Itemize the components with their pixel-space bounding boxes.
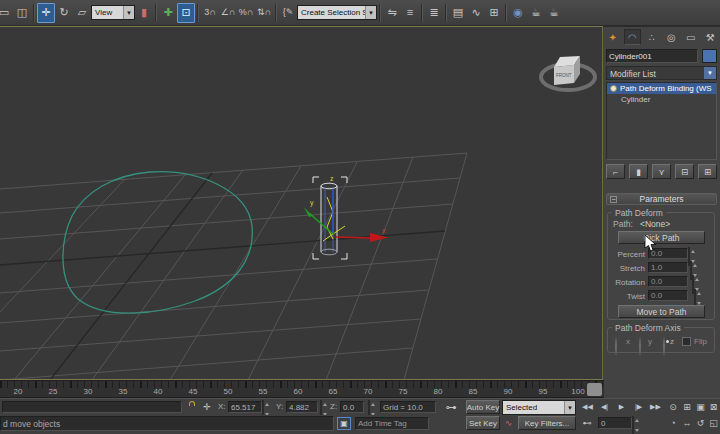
tab-modify[interactable]: ◠	[624, 29, 641, 45]
command-panel-tabs: ✦ ◠ ∴ ◎ ▭ ⚒	[603, 29, 720, 45]
render-icon[interactable]: ☕	[545, 3, 563, 23]
play-icon[interactable]: ▶	[614, 401, 629, 413]
viewcube[interactable]: FRONT	[541, 56, 595, 90]
axis-x-radio[interactable]	[615, 337, 617, 356]
zoom-extents-all-icon[interactable]: ⊠	[707, 401, 720, 413]
x-coord-field[interactable]: 65.517	[228, 401, 262, 413]
tab-motion[interactable]: ◎	[663, 29, 680, 45]
pan-icon[interactable]: ↔	[680, 417, 694, 429]
default-tangent-icon[interactable]: ∿	[502, 416, 515, 429]
tab-utilities[interactable]: ⚒	[702, 29, 719, 45]
snap-toggle-icon[interactable]: ⊡	[177, 3, 195, 23]
timeline-trackbar[interactable]: 20 25 30 35 40 45 50 55 60 65 70 75 80 8…	[0, 380, 604, 398]
zoom-icon[interactable]: ⊙	[666, 401, 680, 413]
modifier-list-dropdown[interactable]: Modifier List ▼	[606, 66, 717, 80]
orbit-icon[interactable]: ↺	[694, 417, 707, 429]
toolbar-separator	[379, 4, 381, 22]
set-keys-icon[interactable]: ⊶	[441, 400, 461, 414]
frame-spinner[interactable]	[632, 416, 634, 434]
zoom-extents-icon[interactable]: ▣	[694, 401, 707, 413]
mirror-icon[interactable]: ⇋	[383, 3, 401, 23]
twist-field[interactable]: 0.0	[648, 290, 688, 301]
tab-display[interactable]: ▭	[682, 29, 699, 45]
absolute-transform-icon[interactable]: ✛	[200, 401, 214, 413]
move-to-path-button[interactable]: Move to Path	[618, 305, 705, 318]
time-tag-icon[interactable]: ▣	[337, 417, 351, 430]
maximize-viewport-icon[interactable]: ◱	[707, 417, 720, 429]
rotation-field[interactable]: 0.0	[648, 276, 688, 287]
toolbar-separator	[445, 4, 447, 22]
schematic-view-icon[interactable]: ⊞	[485, 3, 503, 23]
named-selection-set-dropdown[interactable]: Create Selection Se ▼	[297, 5, 377, 20]
graphite-ribbon-icon[interactable]: ▤	[449, 3, 467, 23]
select-move-icon[interactable]: ✛	[37, 3, 55, 23]
object-color-swatch[interactable]	[702, 49, 717, 63]
current-frame-field[interactable]: 0	[598, 417, 632, 429]
zoom-all-icon[interactable]: ⊞	[680, 401, 694, 413]
window-crossing-icon[interactable]: ◫	[13, 3, 31, 23]
flip-checkbox[interactable]	[682, 337, 691, 346]
layer-manager-icon[interactable]: ≣	[425, 3, 443, 23]
next-frame-icon[interactable]: |▶	[631, 401, 646, 413]
chevron-down-icon: ▼	[123, 6, 134, 19]
object-name-field[interactable]: Cylinder001	[606, 49, 698, 63]
add-time-tag[interactable]: Add Time Tag	[355, 417, 429, 430]
key-mode-icon[interactable]: ⊷	[580, 417, 594, 429]
toolbar-separator	[505, 4, 507, 22]
align-icon[interactable]: ≡	[401, 3, 419, 23]
axis-z-radio[interactable]	[663, 337, 665, 356]
material-editor-icon[interactable]: ◉	[509, 3, 527, 23]
status-row-2: d move objects ▣ Add Time Tag Set Key ∿ …	[0, 415, 720, 434]
render-setup-icon[interactable]: ☕	[527, 3, 545, 23]
select-scale-icon[interactable]: ▱	[73, 3, 91, 23]
y-coord-field[interactable]: 4.882	[286, 401, 318, 413]
select-rotate-icon[interactable]: ↻	[55, 3, 73, 23]
timeline-label: 20	[9, 387, 27, 396]
rect-select-icon[interactable]: ▭	[0, 3, 13, 23]
angle-snap-icon[interactable]: ∠∩	[219, 3, 237, 23]
set-key-button[interactable]: Set Key	[466, 416, 500, 430]
z-coord-field[interactable]: 0.0	[340, 401, 364, 413]
fov-icon[interactable]: ◔	[666, 417, 680, 429]
timeline-label: 40	[149, 387, 167, 396]
modifier-stack-item-cylinder[interactable]: Cylinder	[607, 94, 716, 105]
key-selection-dropdown[interactable]: Selected ▼	[502, 400, 576, 415]
show-end-result-icon[interactable]: ▮	[629, 164, 648, 179]
edit-named-selection-sets-icon[interactable]: {✎	[279, 3, 297, 23]
curve-editor-icon[interactable]: ∿	[467, 3, 485, 23]
viewport[interactable]: z y x FRONT	[0, 26, 603, 380]
move-gizmo[interactable]	[304, 190, 388, 242]
remove-modifier-icon[interactable]: ⊟	[675, 164, 694, 179]
select-manipulate-icon[interactable]: ✚	[159, 3, 177, 23]
reference-coordinate-dropdown[interactable]: View ▼	[91, 5, 135, 20]
pick-path-button[interactable]: Pick Path	[618, 231, 705, 244]
spinner-snap-icon[interactable]: ⇅∩	[255, 3, 273, 23]
key-filters-button[interactable]: Key Filters...	[518, 416, 576, 430]
snap-3d-icon[interactable]: 3∩	[201, 3, 219, 23]
selection-brackets	[313, 177, 347, 259]
previous-frame-icon[interactable]: ◀|	[597, 401, 612, 413]
tab-create[interactable]: ✦	[604, 29, 621, 45]
go-to-start-icon[interactable]: ◀◀	[580, 401, 595, 413]
path-deform-axis-group: Path Deform Axis x y z Flip	[607, 327, 715, 353]
collapse-icon: −	[610, 196, 617, 203]
tab-hierarchy[interactable]: ∴	[643, 29, 660, 45]
parameters-rollout-header[interactable]: − Parameters	[606, 193, 717, 205]
pin-stack-icon[interactable]: ⌐	[606, 164, 625, 179]
maxscript-mini-listener[interactable]	[2, 401, 182, 413]
percent-label: Percent	[608, 250, 645, 259]
make-unique-icon[interactable]: ⋎	[652, 164, 671, 179]
percent-snap-icon[interactable]: %∩	[237, 3, 255, 23]
go-to-end-icon[interactable]: ▶▶	[648, 401, 663, 413]
stretch-field[interactable]: 1.0	[648, 262, 688, 273]
modifier-stack-item-path-deform[interactable]: Path Deform Binding (WS	[607, 83, 716, 94]
toolbar-separator	[275, 4, 277, 22]
timeline-label: 50	[219, 387, 237, 396]
chevron-down-icon: ▼	[365, 6, 376, 19]
bulb-icon[interactable]	[610, 85, 617, 92]
axis-y-radio[interactable]	[639, 337, 641, 356]
chevron-down-icon: ▼	[704, 67, 716, 79]
auto-key-button[interactable]: Auto Key	[466, 400, 500, 414]
configure-modifier-sets-icon[interactable]: ⊞	[698, 164, 717, 179]
pivot-center-icon[interactable]: ▮	[135, 3, 153, 23]
